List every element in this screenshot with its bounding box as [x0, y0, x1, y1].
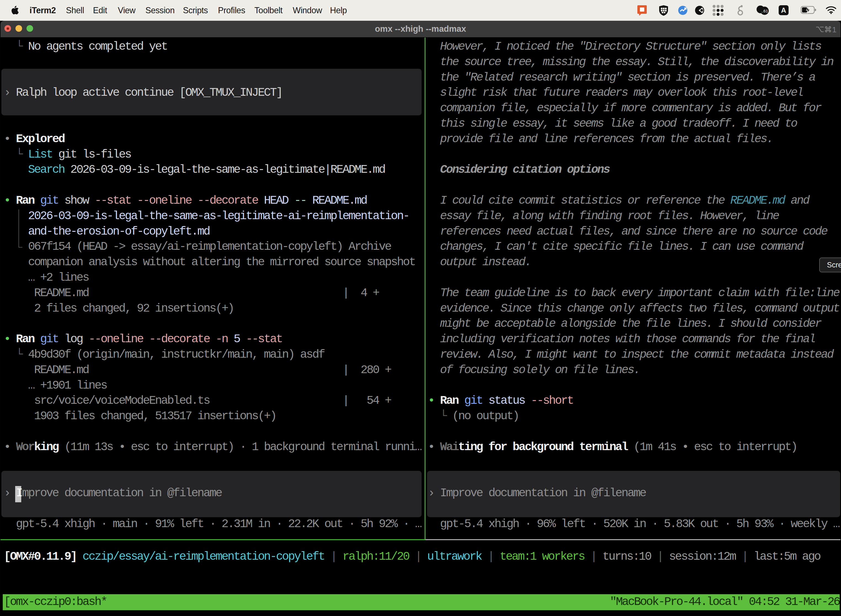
- svg-text:1: 1: [832, 25, 837, 34]
- svg-text:A: A: [781, 6, 786, 14]
- svg-text:..61: ..61: [761, 9, 768, 13]
